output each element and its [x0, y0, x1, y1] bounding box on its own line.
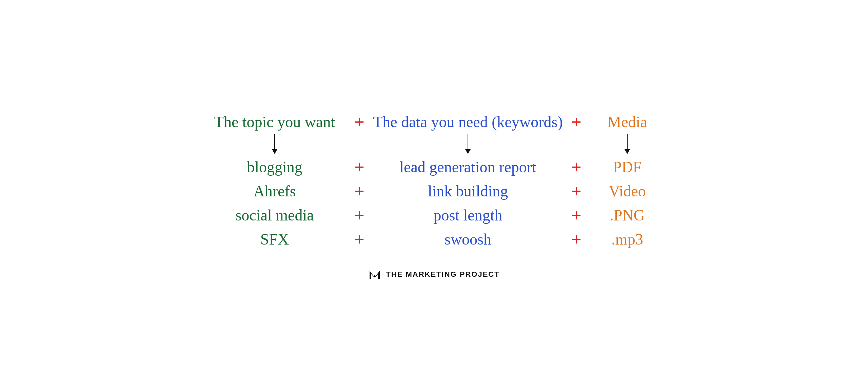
arrow-line-media [627, 134, 628, 149]
plus-1-header: + [346, 113, 373, 131]
col-media-header: Media [590, 113, 665, 131]
arrow-head-topic [272, 149, 277, 154]
col-keywords-3: swoosh [373, 230, 563, 248]
plus-2-row-0: + [563, 158, 590, 176]
plus-icon-row-3-2: + [571, 231, 581, 248]
media-header: Media [607, 113, 647, 131]
brand-name: THE MARKETING PROJECT [386, 270, 499, 279]
plus-icon-row-0-2: + [571, 158, 581, 176]
footer: THE MARKETING PROJECT [368, 268, 499, 281]
col-topic-header: The topic you want [203, 113, 346, 131]
keyword-item-0: lead generation report [399, 158, 536, 176]
plus-1-row-3: + [346, 231, 373, 248]
topic-header: The topic you want [214, 113, 335, 131]
footer-logo: THE MARKETING PROJECT [368, 268, 499, 281]
arrow-head-media [625, 149, 630, 154]
col-topic-3: SFX [203, 230, 346, 248]
col-media-2: .PNG [590, 206, 665, 224]
col-keywords-0: lead generation report [373, 158, 563, 176]
arrow-media [590, 134, 665, 155]
media-item-2: .PNG [610, 206, 645, 224]
header-row: The topic you want + The data you need (… [0, 113, 868, 131]
col-keywords-1: link building [373, 182, 563, 200]
arrow-row [0, 134, 868, 155]
keyword-item-3: swoosh [445, 230, 491, 248]
col-topic-2: social media [203, 206, 346, 224]
arrow-head-keywords [465, 149, 471, 154]
arrow-keywords [373, 134, 563, 155]
data-row-2: social media + post length + .PNG [0, 206, 868, 224]
arrow-topic [203, 134, 346, 155]
topic-item-2: social media [235, 206, 314, 224]
media-item-0: PDF [613, 158, 642, 176]
col-topic-0: blogging [203, 158, 346, 176]
plus-1-row-0: + [346, 158, 373, 176]
plus-2-row-2: + [563, 207, 590, 224]
col-media-3: .mp3 [590, 230, 665, 248]
plus-icon-row-2-1: + [354, 207, 364, 224]
arrow-down-keywords [465, 134, 471, 155]
col-media-0: PDF [590, 158, 665, 176]
plus-1-row-1: + [346, 182, 373, 200]
svg-marker-0 [370, 271, 380, 279]
col-topic-1: Ahrefs [203, 182, 346, 200]
plus-icon-2: + [571, 113, 581, 131]
data-row-0: blogging + lead generation report + PDF [0, 158, 868, 176]
plus-icon-row-2-2: + [571, 207, 581, 224]
plus-1-row-2: + [346, 207, 373, 224]
col-keywords-header: The data you need (keywords) [373, 113, 563, 131]
plus-2-header: + [563, 113, 590, 131]
keywords-header: The data you need (keywords) [373, 113, 563, 131]
arrow-down-topic [272, 134, 277, 155]
data-row-3: SFX + swoosh + .mp3 [0, 230, 868, 248]
plus-icon-row-3-1: + [354, 231, 364, 248]
media-item-3: .mp3 [611, 230, 643, 248]
plus-2-row-3: + [563, 231, 590, 248]
topic-item-3: SFX [260, 230, 289, 248]
col-media-1: Video [590, 182, 665, 200]
plus-icon-row-1-1: + [354, 182, 364, 200]
topic-item-0: blogging [247, 158, 302, 176]
topic-item-1: Ahrefs [253, 182, 296, 200]
col-keywords-2: post length [373, 206, 563, 224]
arrow-down-media [625, 134, 630, 155]
brand-logo-icon [368, 268, 381, 281]
plus-icon-row-0-1: + [354, 158, 364, 176]
arrow-line-keywords [468, 134, 468, 149]
plus-icon-1: + [354, 113, 364, 131]
data-row-1: Ahrefs + link building + Video [0, 182, 868, 200]
plus-2-row-1: + [563, 182, 590, 200]
main-container: The topic you want + The data you need (… [0, 93, 868, 294]
arrow-line-topic [274, 134, 275, 149]
plus-icon-row-1-2: + [571, 182, 581, 200]
media-item-1: Video [609, 182, 646, 200]
keyword-item-2: post length [433, 206, 502, 224]
keyword-item-1: link building [428, 182, 508, 200]
